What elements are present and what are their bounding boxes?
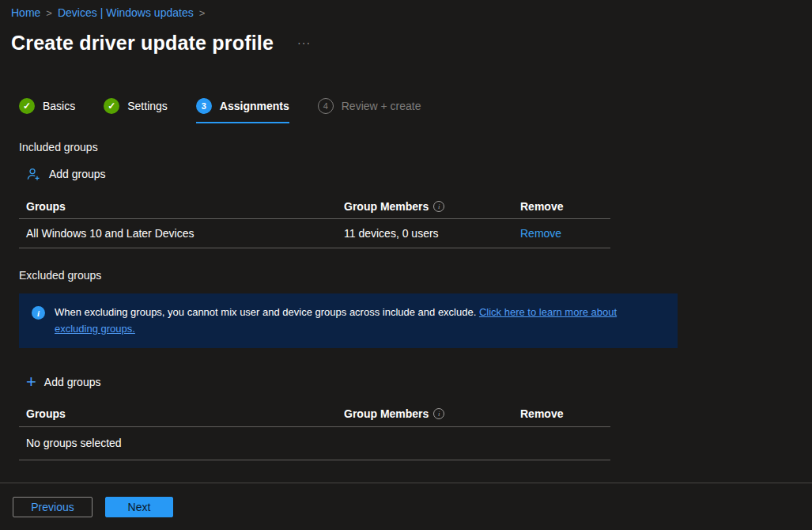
column-header-remove: Remove	[520, 407, 610, 420]
breadcrumb-windows-updates[interactable]: Devices | Windows updates	[58, 6, 194, 19]
column-header-remove: Remove	[520, 200, 610, 213]
step-assignments-label: Assignments	[220, 100, 289, 112]
group-name-cell: All Windows 10 and Later Devices	[19, 227, 344, 240]
included-groups-heading: Included groups	[0, 141, 812, 153]
breadcrumb-home[interactable]: Home	[11, 6, 40, 19]
step-basics-label: Basics	[43, 100, 75, 112]
exclusion-info-banner: i When excluding groups, you cannot mix …	[19, 293, 678, 348]
included-table-header: Groups Group Members i Remove	[19, 194, 610, 219]
empty-state-row: No groups selected	[19, 427, 610, 460]
breadcrumb: Home > Devices | Windows updates >	[0, 0, 812, 19]
column-header-groups: Groups	[19, 200, 344, 213]
step-number-badge: 4	[318, 98, 334, 114]
title-row: Create driver update profile ···	[0, 28, 812, 57]
check-icon: ✓	[19, 98, 35, 114]
more-options-ellipsis-icon[interactable]: ···	[297, 36, 311, 49]
page-title: Create driver update profile	[11, 32, 274, 55]
excluded-groups-table: Groups Group Members i Remove No groups …	[19, 402, 610, 460]
banner-text: When excluding groups, you cannot mix us…	[55, 305, 648, 338]
included-groups-table: Groups Group Members i Remove All Window…	[19, 194, 610, 248]
included-add-groups-button[interactable]: Add groups	[26, 165, 106, 183]
info-icon[interactable]: i	[433, 408, 444, 419]
group-members-cell: 11 devices, 0 users	[344, 227, 520, 240]
step-assignments[interactable]: 3 Assignments	[196, 98, 289, 123]
banner-message: When excluding groups, you cannot mix us…	[55, 306, 476, 318]
excluded-add-groups-label: Add groups	[44, 376, 101, 388]
column-header-group-members: Group Members i	[344, 407, 520, 420]
group-members-label: Group Members	[344, 200, 429, 213]
previous-button[interactable]: Previous	[13, 497, 93, 517]
group-members-label: Group Members	[344, 407, 429, 420]
excluded-table-header: Groups Group Members i Remove	[19, 402, 610, 427]
step-number-badge: 3	[196, 98, 212, 114]
excluded-groups-heading: Excluded groups	[0, 269, 812, 282]
chevron-right-icon: >	[46, 7, 52, 19]
table-row: All Windows 10 and Later Devices 11 devi…	[19, 219, 610, 248]
remove-group-link[interactable]: Remove	[520, 227, 561, 240]
step-review-create-label: Review + create	[342, 100, 421, 112]
wizard-footer: Previous Next	[0, 483, 812, 530]
excluded-add-groups-button[interactable]: + Add groups	[26, 373, 100, 391]
person-add-icon	[26, 167, 41, 182]
column-header-groups: Groups	[19, 407, 344, 420]
included-add-groups-label: Add groups	[49, 168, 106, 180]
step-review-create[interactable]: 4 Review + create	[318, 98, 421, 123]
column-header-group-members: Group Members i	[344, 200, 520, 213]
check-icon: ✓	[104, 98, 119, 114]
chevron-right-icon: >	[199, 7, 206, 19]
next-button[interactable]: Next	[105, 497, 173, 517]
step-settings[interactable]: ✓ Settings	[104, 98, 168, 123]
step-settings-label: Settings	[127, 100, 168, 112]
info-icon: i	[32, 306, 45, 320]
info-icon[interactable]: i	[433, 201, 444, 212]
step-basics[interactable]: ✓ Basics	[19, 98, 75, 123]
plus-icon: +	[26, 375, 36, 389]
wizard-steps: ✓ Basics ✓ Settings 3 Assignments 4 Revi…	[0, 98, 812, 123]
